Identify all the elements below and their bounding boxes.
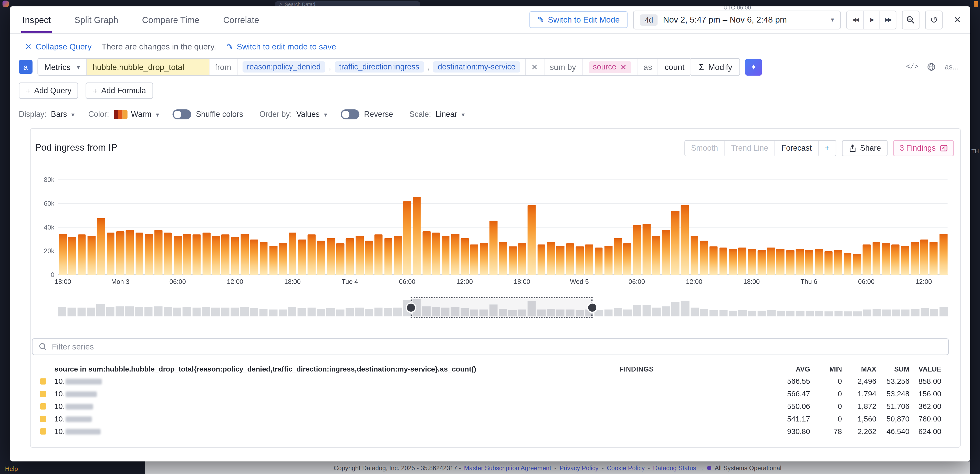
brush-handle-right[interactable]: [589, 304, 597, 312]
bar[interactable]: [939, 234, 947, 275]
table-row[interactable]: 10.566.4701,79453,248156.00: [32, 388, 941, 400]
bar[interactable]: [422, 231, 430, 275]
bar[interactable]: [920, 240, 928, 275]
time-range-picker[interactable]: UTC-06:00 4d Nov 2, 5:47 pm – Nov 6, 2:4…: [633, 10, 841, 29]
bar[interactable]: [690, 236, 698, 275]
bar[interactable]: [97, 218, 105, 275]
code-view-icon[interactable]: </>: [906, 63, 918, 70]
bar[interactable]: [882, 243, 890, 275]
bar[interactable]: [757, 250, 765, 275]
tab-compare-time[interactable]: Compare Time: [142, 6, 199, 33]
bar[interactable]: [279, 243, 287, 275]
bar[interactable]: [729, 249, 737, 275]
bar[interactable]: [78, 235, 86, 275]
brush-handle-left[interactable]: [407, 304, 415, 312]
filter-tag-direction[interactable]: traffic_direction:ingress: [335, 61, 424, 73]
close-button[interactable]: ✕: [953, 14, 961, 25]
reset-zoom-button[interactable]: ↺: [926, 10, 943, 29]
bar[interactable]: [604, 245, 612, 275]
bar[interactable]: [135, 232, 143, 275]
bar[interactable]: [461, 238, 469, 275]
bar[interactable]: [633, 225, 641, 275]
bar[interactable]: [442, 236, 450, 275]
globe-icon[interactable]: [927, 62, 936, 71]
bar[interactable]: [298, 240, 306, 275]
bar[interactable]: [843, 253, 851, 275]
bar[interactable]: [193, 235, 201, 275]
bar[interactable]: [518, 243, 526, 275]
bar[interactable]: [68, 237, 76, 275]
play-button[interactable]: ▶: [864, 11, 880, 29]
tab-correlate[interactable]: Correlate: [223, 6, 259, 33]
bar[interactable]: [308, 235, 315, 275]
findings-button[interactable]: 3 Findings: [893, 140, 954, 156]
bar[interactable]: [528, 205, 536, 275]
step-back-button[interactable]: ◀◀: [847, 11, 864, 29]
brush-selection[interactable]: [410, 297, 593, 318]
bar[interactable]: [403, 201, 411, 275]
bar[interactable]: [250, 240, 258, 275]
filter-series-input[interactable]: [52, 342, 942, 352]
footer-link-cookie[interactable]: Cookie Policy: [607, 464, 645, 471]
bar[interactable]: [738, 248, 746, 275]
display-type-select[interactable]: Bars ▾: [51, 110, 75, 119]
add-query-button[interactable]: + Add Query: [19, 83, 78, 99]
bar[interactable]: [384, 238, 392, 275]
clear-filters-icon[interactable]: ✕: [526, 59, 544, 75]
bar[interactable]: [815, 249, 823, 275]
bar[interactable]: [863, 244, 871, 275]
bar[interactable]: [88, 236, 95, 275]
bar[interactable]: [346, 238, 354, 275]
bar[interactable]: [336, 243, 344, 275]
forecast-button[interactable]: Forecast: [775, 141, 818, 156]
bar[interactable]: [566, 243, 574, 275]
color-palette-select[interactable]: Warm ▾: [131, 110, 159, 119]
bar[interactable]: [145, 234, 153, 275]
bar[interactable]: [499, 242, 507, 275]
footer-link-privacy[interactable]: Privacy Policy: [560, 464, 598, 471]
help-button[interactable]: Help: [5, 465, 18, 472]
bar[interactable]: [930, 242, 938, 275]
remove-tag-icon[interactable]: ✕: [620, 62, 627, 72]
table-row[interactable]: 10.566.5502,49653,256858.00: [32, 375, 941, 388]
bar[interactable]: [116, 231, 124, 275]
bar[interactable]: [786, 250, 794, 275]
bar[interactable]: [681, 205, 689, 275]
bar[interactable]: [317, 240, 325, 275]
bar[interactable]: [595, 248, 603, 275]
bar[interactable]: [107, 232, 115, 275]
bar[interactable]: [327, 238, 335, 275]
bar[interactable]: [260, 242, 268, 275]
bar[interactable]: [538, 244, 545, 275]
bar[interactable]: [585, 244, 593, 275]
bar[interactable]: [221, 235, 229, 275]
bar[interactable]: [748, 249, 756, 275]
bar[interactable]: [556, 245, 564, 275]
bar[interactable]: [891, 244, 899, 275]
bar[interactable]: [126, 230, 134, 275]
footer-link-msa[interactable]: Master Subscription Agreement: [464, 464, 551, 471]
bar[interactable]: [805, 250, 813, 275]
table-row[interactable]: 10.541.1701,56050,870780.00: [32, 413, 941, 425]
bar[interactable]: [202, 232, 210, 275]
bar[interactable]: [394, 236, 402, 275]
step-forward-button[interactable]: ▶▶: [880, 11, 896, 29]
bar[interactable]: [413, 197, 421, 275]
bar[interactable]: [269, 245, 277, 275]
bar[interactable]: [154, 230, 162, 275]
switch-to-edit-mode-button[interactable]: ✎ Switch to Edit Mode: [529, 11, 628, 28]
bar[interactable]: [901, 245, 909, 275]
bar[interactable]: [671, 211, 679, 275]
bar[interactable]: [365, 240, 373, 275]
bar[interactable]: [624, 243, 632, 275]
zoom-out-button[interactable]: [902, 10, 920, 29]
share-button[interactable]: Share: [842, 140, 888, 156]
group-by-tag[interactable]: source ✕: [589, 61, 631, 73]
bar[interactable]: [834, 250, 842, 275]
add-analysis-button[interactable]: +: [818, 141, 835, 156]
add-formula-button[interactable]: + Add Formula: [86, 83, 153, 99]
bar[interactable]: [710, 247, 718, 275]
bar[interactable]: [872, 242, 880, 275]
bar[interactable]: [164, 232, 172, 275]
tab-split-graph[interactable]: Split Graph: [75, 6, 118, 33]
